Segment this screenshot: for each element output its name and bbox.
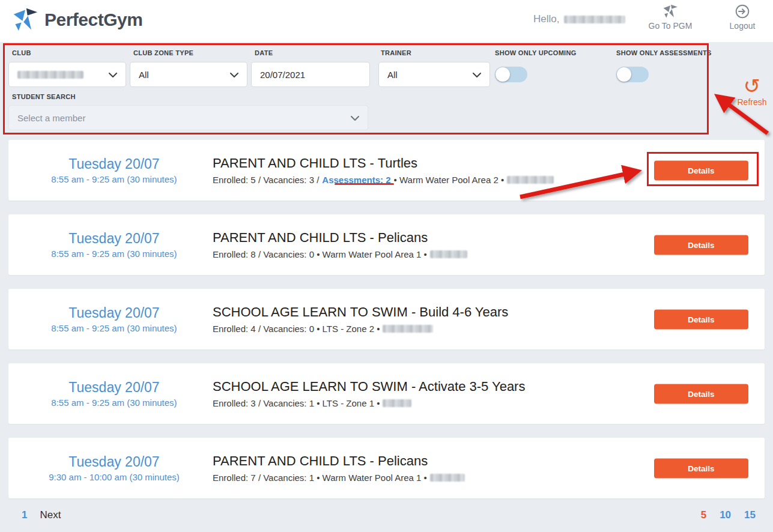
assessments-link[interactable]: Assessments: 2 (322, 175, 390, 185)
brand-name: PerfectGym (44, 10, 142, 30)
refresh-button[interactable]: ↺ Refresh (729, 76, 773, 107)
class-date: Tuesday 20/07 (68, 379, 159, 396)
club-select[interactable] (8, 62, 126, 87)
trainer-filter-label: TRAINER (381, 49, 411, 56)
enrolled-vacancies-text: Enrolled: 3 / Vacancies: 1 • LTS - Zone … (213, 398, 380, 408)
logout-icon (735, 4, 750, 19)
class-title: SCHOOL AGE LEARN TO SWIM - Build 4-6 Yea… (213, 304, 645, 320)
student-search-placeholder: Select a member (17, 113, 85, 123)
student-search-label: STUDENT SEARCH (12, 93, 76, 100)
greeting-text: Hello, (533, 13, 625, 25)
pgm-star-icon (662, 4, 678, 19)
class-datetime: Tuesday 20/07 8:55 am - 9:25 am (30 minu… (14, 214, 214, 275)
refresh-label: Refresh (737, 97, 766, 107)
top-header: PerfectGym Hello, Go To PGM Logout (0, 0, 773, 42)
class-meta: Enrolled: 7 / Vacancies: 1 • Warm Water … (213, 473, 645, 483)
class-title: PARENT AND CHILD LTS - Pelicans (213, 453, 645, 469)
trainer-value: All (387, 70, 398, 80)
class-meta: Enrolled: 3 / Vacancies: 1 • LTS - Zone … (213, 398, 645, 408)
redacted-user-name (564, 16, 625, 23)
class-info: SCHOOL AGE LEARN TO SWIM - Build 4-6 Yea… (213, 289, 645, 349)
redacted-trainer-name (430, 474, 465, 482)
class-date: Tuesday 20/07 (68, 305, 159, 321)
date-input[interactable]: 20/07/2021 (251, 62, 370, 87)
class-time: 9:30 am - 10:00 am (30 minutes) (49, 472, 180, 482)
class-title: SCHOOL AGE LEARN TO SWIM - Activate 3-5 … (213, 379, 645, 394)
details-button[interactable]: Details (654, 384, 748, 404)
chevron-down-icon (351, 116, 359, 121)
details-button[interactable]: Details (654, 235, 748, 255)
chevron-down-icon (473, 73, 481, 78)
club-filter-label: CLUB (12, 49, 31, 56)
class-row: Tuesday 20/07 8:55 am - 9:25 am (30 minu… (8, 140, 765, 201)
pagination-bar: 1 Next 5 10 15 (0, 498, 773, 532)
toggle-knob (617, 67, 631, 82)
page-size-15[interactable]: 15 (744, 509, 756, 521)
perfectgym-logo[interactable]: PerfectGym (12, 7, 142, 33)
class-title: PARENT AND CHILD LTS - Pelicans (213, 230, 645, 246)
details-button[interactable]: Details (654, 309, 748, 329)
date-value: 20/07/2021 (260, 70, 305, 80)
redacted-club-name (17, 71, 83, 79)
perfectgym-class-schedule-page: PerfectGym Hello, Go To PGM Logout (0, 0, 773, 532)
show-only-assessments-toggle[interactable] (616, 67, 649, 82)
enrolled-vacancies-text: Enrolled: 8 / Vacancies: 0 • Warm Water … (213, 249, 427, 259)
redacted-trainer-name (383, 399, 411, 407)
page-size-options: 5 10 15 (701, 498, 756, 532)
show-only-upcoming-label: SHOW ONLY UPCOMING (495, 49, 577, 56)
class-info: PARENT AND CHILD LTS - Pelicans Enrolled… (213, 214, 645, 275)
class-row: Tuesday 20/07 9:30 am - 10:00 am (30 min… (8, 438, 765, 498)
show-only-upcoming-toggle[interactable] (495, 67, 527, 82)
class-row: Tuesday 20/07 8:55 am - 9:25 am (30 minu… (8, 214, 765, 275)
class-date: Tuesday 20/07 (68, 454, 159, 470)
class-row: Tuesday 20/07 8:55 am - 9:25 am (30 minu… (8, 363, 765, 424)
enrolled-vacancies-text: Enrolled: 4 / Vacancies: 0 • LTS - Zone … (213, 324, 380, 334)
class-date: Tuesday 20/07 (68, 156, 159, 172)
enrolled-vacancies-text: Enrolled: 7 / Vacancies: 1 • Warm Water … (213, 473, 427, 483)
student-search-select[interactable]: Select a member (8, 105, 368, 130)
page-size-10[interactable]: 10 (720, 509, 731, 521)
redacted-trainer-name (430, 250, 467, 258)
go-to-pgm-label: Go To PGM (649, 21, 693, 31)
show-only-assessments-label: SHOW ONLY ASSESSMENTS (616, 49, 712, 56)
redacted-trainer-name (383, 325, 433, 333)
class-title: PARENT AND CHILD LTS - Turtles (213, 156, 645, 171)
go-to-pgm-button[interactable]: Go To PGM (645, 4, 696, 31)
class-time: 8:55 am - 9:25 am (30 minutes) (51, 323, 177, 333)
logout-label: Logout (730, 21, 756, 31)
club-zone-type-filter-label: CLUB ZONE TYPE (133, 49, 193, 56)
chevron-down-icon (230, 73, 238, 78)
details-button[interactable]: Details (654, 458, 748, 478)
refresh-icon: ↺ (744, 76, 761, 96)
logout-button[interactable]: Logout (717, 4, 768, 31)
class-meta: Enrolled: 8 / Vacancies: 0 • Warm Water … (213, 249, 645, 259)
redacted-trainer-name (507, 176, 554, 184)
toggle-knob (496, 67, 510, 82)
club-zone-type-value: All (139, 70, 149, 80)
class-datetime: Tuesday 20/07 8:55 am - 9:25 am (30 minu… (14, 140, 214, 201)
class-info: SCHOOL AGE LEARN TO SWIM - Activate 3-5 … (213, 363, 645, 424)
class-time: 8:55 am - 9:25 am (30 minutes) (51, 174, 177, 184)
class-row: Tuesday 20/07 8:55 am - 9:25 am (30 minu… (8, 289, 765, 349)
class-datetime: Tuesday 20/07 8:55 am - 9:25 am (30 minu… (14, 289, 214, 349)
class-info: PARENT AND CHILD LTS - Pelicans Enrolled… (213, 438, 645, 498)
club-zone-type-select[interactable]: All (130, 62, 247, 87)
trainer-select[interactable]: All (378, 62, 490, 87)
details-button[interactable]: Details (654, 160, 748, 180)
next-page-button[interactable]: Next (40, 509, 61, 521)
page-size-5[interactable]: 5 (701, 509, 706, 521)
greeting-label: Hello, (533, 13, 559, 25)
perfectgym-star-icon (12, 7, 38, 33)
class-datetime: Tuesday 20/07 9:30 am - 10:00 am (30 min… (14, 438, 214, 498)
class-time: 8:55 am - 9:25 am (30 minutes) (51, 249, 177, 259)
class-meta: Enrolled: 4 / Vacancies: 0 • LTS - Zone … (213, 324, 645, 334)
class-datetime: Tuesday 20/07 8:55 am - 9:25 am (30 minu… (14, 363, 214, 424)
page-number-1[interactable]: 1 (22, 509, 27, 521)
enrolled-vacancies-text: Enrolled: 5 / Vacancies: 3 / (213, 175, 319, 185)
class-info: PARENT AND CHILD LTS - Turtles Enrolled:… (213, 140, 645, 201)
class-meta: Enrolled: 5 / Vacancies: 3 /Assessments:… (213, 175, 645, 185)
location-text: • Warm Water Pool Area 2 • (394, 175, 505, 185)
chevron-down-icon (109, 73, 117, 78)
class-time: 8:55 am - 9:25 am (30 minutes) (51, 397, 177, 408)
class-date: Tuesday 20/07 (68, 231, 159, 247)
